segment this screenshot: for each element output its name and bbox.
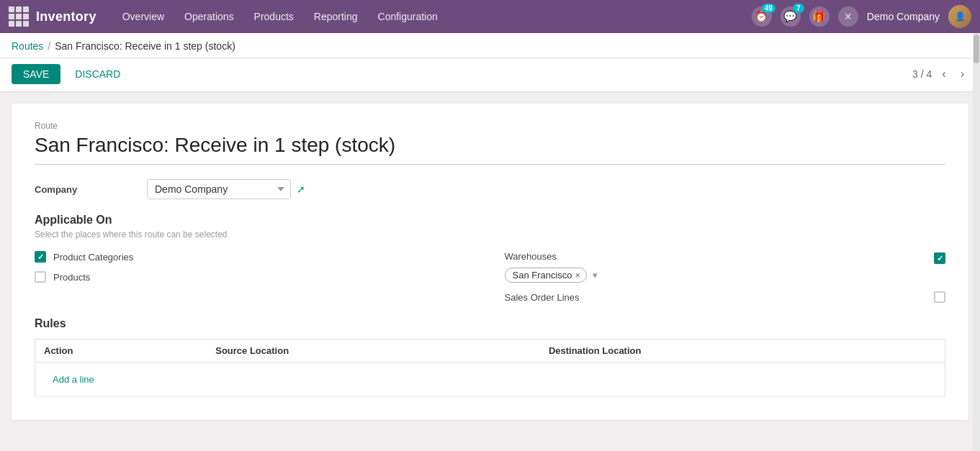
breadcrumb-separator: / xyxy=(48,40,50,52)
apps-menu-icon[interactable] xyxy=(9,6,29,27)
warehouse-dropdown-arrow[interactable]: ▾ xyxy=(591,270,599,281)
form-section-label: Route xyxy=(35,121,945,131)
app-brand: Inventory xyxy=(36,9,96,24)
product-categories-row: Product Categories xyxy=(35,251,476,263)
next-page-button[interactable]: › xyxy=(956,66,968,82)
nav-operations[interactable]: Operations xyxy=(176,6,242,27)
applicable-on-grid: Product Categories Products Warehouses xyxy=(35,251,945,303)
products-label: Products xyxy=(53,272,90,283)
main-content: Route San Francisco: Receive in 1 step (… xyxy=(0,92,980,444)
sales-order-lines-checkbox[interactable] xyxy=(934,291,945,303)
close-x-icon: × xyxy=(838,6,858,27)
warehouses-row: Warehouses San Francisco × ▾ xyxy=(505,251,946,283)
warehouses-checkbox[interactable] xyxy=(934,252,945,264)
applicable-on-title: Applicable On xyxy=(35,214,945,227)
prev-page-button[interactable]: ‹ xyxy=(938,66,950,82)
rules-table-header: Action Source Location Destination Locat… xyxy=(35,340,945,363)
nav-menu: Overview Operations Products Reporting C… xyxy=(114,6,752,27)
products-row: Products xyxy=(35,271,476,283)
left-checks: Product Categories Products xyxy=(35,251,476,303)
company-label: Company xyxy=(35,184,135,195)
scrollbar-thumb[interactable] xyxy=(974,35,979,63)
sales-order-lines-label: Sales Order Lines xyxy=(505,292,580,303)
product-categories-label: Product Categories xyxy=(53,252,133,263)
rules-title: Rules xyxy=(35,317,945,330)
save-button[interactable]: SAVE xyxy=(12,64,60,84)
gift-icon[interactable]: 🎁 xyxy=(809,6,830,27)
company-external-link-icon[interactable]: ➚ xyxy=(297,183,305,195)
add-line-button[interactable]: Add a line xyxy=(44,368,103,391)
company-row: Company Demo Company ➚ xyxy=(35,179,945,199)
activity-icon[interactable]: ⏰ 49 xyxy=(752,6,772,27)
scrollbar-track[interactable] xyxy=(973,33,980,444)
breadcrumb-parent[interactable]: Routes xyxy=(12,40,43,52)
form-title[interactable]: San Francisco: Receive in 1 step (stock) xyxy=(35,134,945,165)
form-card: Route San Francisco: Receive in 1 step (… xyxy=(12,104,968,420)
add-line-row: Add a line xyxy=(35,363,945,397)
breadcrumb-current: San Francisco: Receive in 1 step (stock) xyxy=(55,40,235,52)
nav-configuration[interactable]: Configuration xyxy=(369,6,446,27)
nav-overview[interactable]: Overview xyxy=(114,6,173,27)
user-avatar[interactable]: 👤 xyxy=(948,5,971,28)
col-action: Action xyxy=(35,340,207,363)
rules-section: Rules Action Source Location Destination… xyxy=(35,317,945,397)
col-source: Source Location xyxy=(207,340,540,363)
breadcrumb-action-area: Routes / San Francisco: Receive in 1 ste… xyxy=(0,33,980,58)
pagination-controls: 3 / 4 ‹ › xyxy=(912,66,968,82)
warehouse-select-wrap: San Francisco × ▾ xyxy=(505,268,927,283)
discard-button[interactable]: DISCARD xyxy=(66,64,129,84)
breadcrumb: Routes / San Francisco: Receive in 1 ste… xyxy=(12,40,968,58)
warehouse-tag-remove[interactable]: × xyxy=(575,270,581,280)
activity-badge: 49 xyxy=(762,4,776,13)
sales-order-lines-row: Sales Order Lines xyxy=(505,291,946,303)
messages-badge: 7 xyxy=(793,4,804,13)
pagination-info: 3 / 4 xyxy=(912,68,932,80)
top-navigation: Inventory Overview Operations Products R… xyxy=(0,0,980,33)
rules-table: Action Source Location Destination Locat… xyxy=(35,339,945,397)
close-icon[interactable]: × xyxy=(838,6,858,27)
col-destination: Destination Location xyxy=(540,340,945,363)
nav-products[interactable]: Products xyxy=(246,6,302,27)
warehouse-tag: San Francisco × xyxy=(505,268,588,283)
nav-reporting[interactable]: Reporting xyxy=(305,6,367,27)
nav-right-actions: ⏰ 49 💬 7 🎁 × Demo Company 👤 xyxy=(752,5,971,28)
action-bar: SAVE DISCARD 3 / 4 ‹ › xyxy=(0,58,980,92)
messages-icon[interactable]: 💬 7 xyxy=(781,6,801,27)
warehouses-label: Warehouses xyxy=(505,251,557,262)
company-select[interactable]: Demo Company xyxy=(147,179,291,199)
warehouse-tag-label: San Francisco xyxy=(513,270,572,281)
rules-table-body: Add a line xyxy=(35,363,945,397)
products-checkbox[interactable] xyxy=(35,271,46,283)
applicable-on-subtitle: Select the places where this route can b… xyxy=(35,229,945,240)
right-checks: Warehouses San Francisco × ▾ Sales xyxy=(505,251,946,303)
company-field-wrap: Demo Company ➚ xyxy=(147,179,305,199)
product-categories-checkbox[interactable] xyxy=(35,251,46,263)
company-name: Demo Company xyxy=(867,11,940,22)
